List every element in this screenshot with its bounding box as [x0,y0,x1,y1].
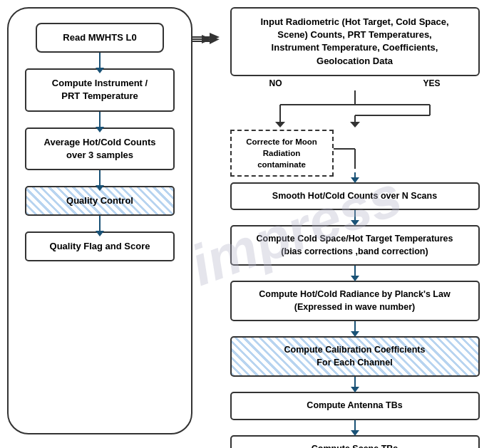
compute-scene-box: Compute Scene TBs [230,435,480,448]
svg-marker-3 [275,122,285,127]
yes-label: YES [423,78,440,88]
branch-arrows [230,90,480,130]
read-mwhts-box: Read MWHTS L0 [36,23,164,53]
no-label: NO [269,78,282,88]
svg-marker-11 [202,35,212,43]
right-column: Input Radiometric (Hot Target, Cold Spac… [214,7,495,448]
compute-radiance-box: Compute Hot/Cold Radiance by Planck's La… [230,281,480,321]
moon-to-main-arrow [334,130,480,169]
compute-calibration-box: Compute Calibration Coefficients For Eac… [230,336,480,377]
left-column: Read MWHTS L0 Compute Instrument / PRT T… [7,7,192,434]
input-radiometric-box: Input Radiometric (Hot Target, Cold Spac… [230,7,480,76]
average-hotcold-box: Average Hot/Cold Counts over 3 samples [25,127,175,170]
moon-radiation-box: Correcte for Moon Radiation contaminate [230,130,334,177]
smooth-hotcold-box: Smooth Hot/Cold Counts over N Scans [230,182,480,211]
svg-marker-7 [350,122,360,127]
compute-coldspace-box: Compute Cold Space/Hot Target Temperatur… [230,225,480,266]
diagram-container: impress Read MWHTS L0 Compute Instrument… [0,0,504,448]
compute-instrument-box: Compute Instrument / PRT Temperature [25,68,175,111]
compute-antenna-box: Compute Antenna TBs [230,392,480,420]
